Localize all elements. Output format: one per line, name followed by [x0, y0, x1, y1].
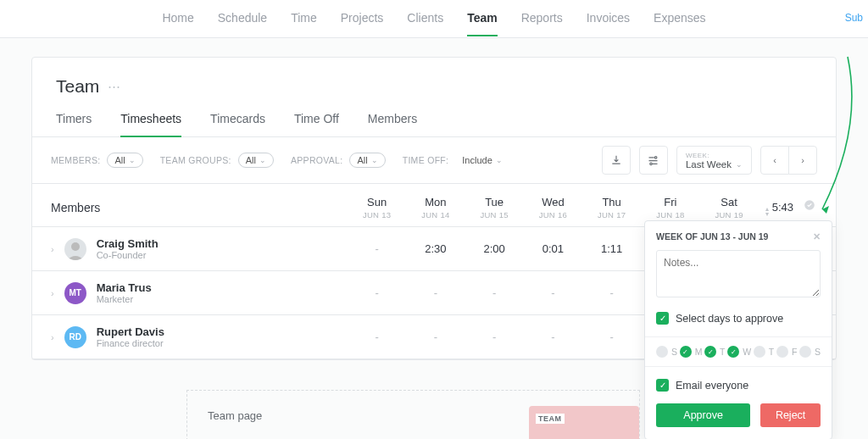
filter-members[interactable]: All⌄	[107, 153, 142, 168]
filter-groups-label: TEAM GROUPS:	[160, 155, 231, 165]
nav-item-projects[interactable]: Projects	[341, 1, 384, 36]
nav-item-reports[interactable]: Reports	[521, 1, 563, 36]
column-total: 5:43	[772, 201, 793, 214]
settings-button[interactable]	[639, 146, 668, 175]
day-toggle[interactable]: F	[776, 346, 797, 358]
time-cell: -	[465, 331, 524, 343]
chevron-right-icon: ›	[801, 155, 804, 165]
nav-item-time[interactable]: Time	[291, 1, 317, 36]
nav-item-schedule[interactable]: Schedule	[218, 1, 267, 36]
page-tabs: TimersTimesheetsTimecardsTime OffMembers	[32, 97, 836, 137]
close-icon[interactable]: ✕	[813, 231, 821, 242]
expand-icon[interactable]: ›	[51, 288, 54, 298]
time-cell: -	[524, 286, 582, 299]
time-cell: -	[406, 286, 465, 299]
download-button[interactable]	[602, 146, 631, 175]
day-toggle[interactable]: ✓W	[727, 346, 751, 358]
column-day[interactable]: TueJUN 15	[465, 196, 524, 220]
select-days-checkbox[interactable]: ✓	[656, 312, 669, 325]
week-selector[interactable]: WEEK: Last Week⌄	[676, 146, 752, 175]
filter-timeoff[interactable]: Include⌄	[455, 153, 509, 167]
time-cell: -	[465, 286, 524, 299]
subscribe-link[interactable]: Sub	[845, 12, 863, 24]
time-cell: 2:00	[465, 242, 524, 255]
time-cell: 0:01	[524, 242, 582, 255]
time-cell: -	[406, 331, 465, 343]
approval-popover: WEEK OF JUN 13 - JUN 19 ✕ ✓ Select days …	[644, 220, 832, 360]
column-day[interactable]: MonJUN 14	[406, 196, 465, 220]
day-toggle[interactable]: T	[754, 346, 774, 358]
next-week-button[interactable]: ›	[788, 146, 817, 175]
time-cell: -	[348, 286, 406, 299]
time-cell: -	[348, 331, 406, 343]
avatar	[64, 238, 86, 260]
member-role: Marketer	[97, 294, 152, 304]
time-cell: 1:11	[582, 242, 641, 255]
check-all-icon[interactable]	[804, 201, 815, 214]
day-toggle[interactable]: ✓T	[704, 346, 725, 358]
column-day[interactable]: SatJUN 19	[700, 196, 759, 220]
tab-timers[interactable]: Timers	[56, 112, 92, 136]
nav-item-clients[interactable]: Clients	[407, 1, 443, 36]
column-day[interactable]: WedJUN 16	[524, 196, 582, 220]
member-name[interactable]: Rupert Davis	[97, 325, 164, 338]
column-day[interactable]: FriJUN 18	[641, 196, 699, 220]
download-icon	[610, 154, 622, 166]
filter-approval-label: APPROVAL:	[291, 155, 342, 165]
filter-members-label: MEMBERS:	[51, 155, 100, 165]
time-cell: -	[582, 331, 641, 343]
sliders-icon	[647, 154, 659, 167]
filter-approval[interactable]: All⌄	[349, 153, 385, 168]
nav-item-expenses[interactable]: Expenses	[654, 1, 705, 36]
member-name[interactable]: Craig Smith	[97, 237, 159, 250]
top-nav: HomeScheduleTimeProjectsClientsTeamRepor…	[162, 1, 705, 36]
expand-icon[interactable]: ›	[51, 332, 54, 342]
nav-item-team[interactable]: Team	[467, 1, 498, 36]
column-members[interactable]: Members	[51, 201, 348, 214]
page-menu-icon[interactable]: ⋯	[108, 79, 121, 94]
sort-icon[interactable]: ▴▾	[765, 207, 769, 217]
notes-input[interactable]	[656, 250, 821, 297]
day-toggle[interactable]: S	[799, 346, 821, 358]
chevron-left-icon: ‹	[773, 155, 776, 165]
member-role: Finance director	[97, 338, 164, 348]
tab-time-off[interactable]: Time Off	[294, 112, 339, 136]
day-toggle[interactable]: ✓M	[680, 346, 703, 358]
time-cell: -	[348, 242, 406, 255]
tab-timecards[interactable]: Timecards	[210, 112, 265, 136]
nav-item-invoices[interactable]: Invoices	[587, 1, 630, 36]
page-title: Team	[56, 76, 99, 97]
member-name[interactable]: Maria Trus	[97, 281, 152, 294]
time-cell: -	[582, 286, 641, 299]
column-day[interactable]: SunJUN 13	[348, 196, 406, 220]
column-day[interactable]: ThuJUN 17	[582, 196, 641, 220]
select-days-label: Select days to approve	[676, 313, 783, 325]
tab-members[interactable]: Members	[368, 112, 417, 136]
popover-title: WEEK OF JUN 13 - JUN 19	[656, 231, 768, 242]
member-role: Co-Founder	[97, 250, 159, 260]
tab-timesheets[interactable]: Timesheets	[120, 112, 181, 137]
svg-point-3	[71, 242, 80, 251]
time-cell: 2:30	[406, 242, 465, 255]
nav-item-home[interactable]: Home	[162, 1, 193, 36]
avatar: RD	[64, 326, 86, 348]
avatar: MT	[64, 282, 86, 304]
filter-timeoff-label: TIME OFF:	[403, 155, 449, 165]
day-toggle[interactable]: S	[656, 346, 677, 358]
filter-groups[interactable]: All⌄	[238, 153, 274, 168]
time-cell: -	[524, 331, 582, 343]
svg-point-0	[655, 156, 658, 158]
expand-icon[interactable]: ›	[51, 244, 54, 254]
prev-week-button[interactable]: ‹	[760, 146, 789, 175]
svg-point-1	[650, 163, 653, 165]
